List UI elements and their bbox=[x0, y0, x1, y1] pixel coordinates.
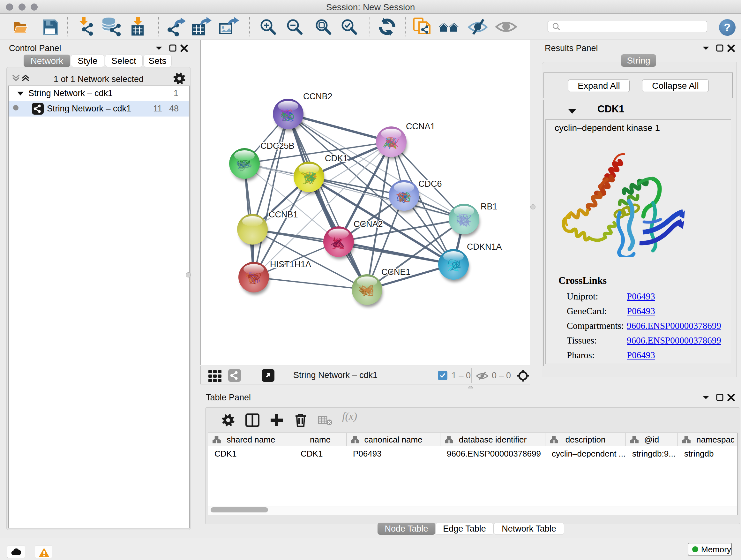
svg-text:CDC25B: CDC25B bbox=[260, 141, 294, 151]
svg-text:CCNA1: CCNA1 bbox=[406, 122, 435, 131]
svg-text:CCNB2: CCNB2 bbox=[303, 91, 333, 101]
svg-text:CDC6: CDC6 bbox=[418, 179, 442, 189]
svg-text:CDK1: CDK1 bbox=[325, 153, 348, 163]
svg-text:RB1: RB1 bbox=[481, 202, 497, 211]
svg-text:CCNA2: CCNA2 bbox=[354, 219, 383, 229]
svg-text:CCNB1: CCNB1 bbox=[269, 210, 298, 219]
svg-text:CCNE1: CCNE1 bbox=[381, 267, 411, 277]
svg-text:HIST1H1A: HIST1H1A bbox=[270, 260, 311, 269]
svg-text:CDKN1A: CDKN1A bbox=[467, 242, 502, 252]
